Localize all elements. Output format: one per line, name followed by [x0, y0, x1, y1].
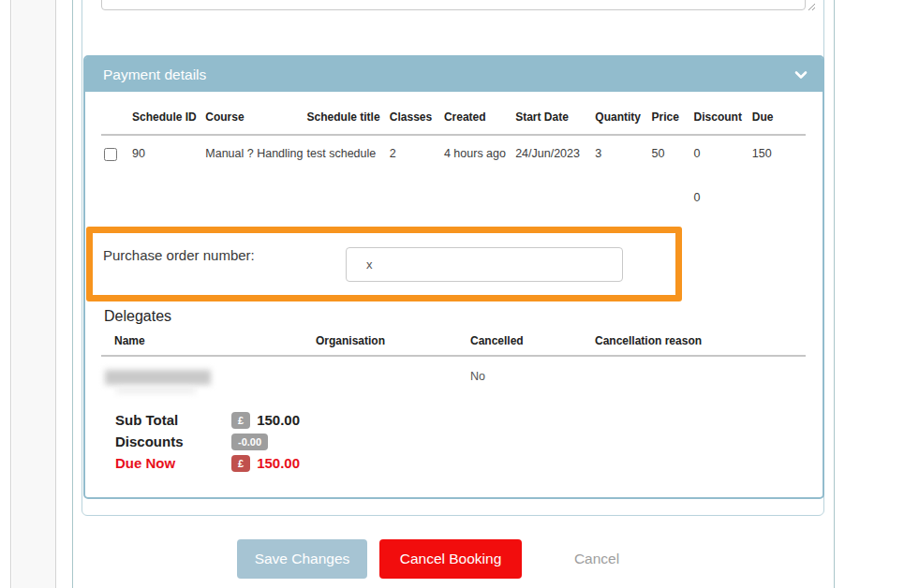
column-header: Schedule ID — [132, 110, 205, 135]
column-header: Name — [101, 334, 303, 356]
due-now-label: Due Now — [115, 455, 231, 471]
cell-schedule-id: 90 — [132, 135, 205, 166]
purchase-order-input[interactable] — [346, 247, 623, 282]
column-header: Price — [652, 110, 694, 135]
save-changes-button[interactable]: Save Changes — [237, 539, 367, 579]
discounts-badge: -0.00 — [231, 434, 268, 450]
cell-classes: 2 — [390, 135, 444, 166]
delegates-header-row: Name Organisation Cancelled Cancellation… — [101, 334, 806, 356]
cell-quantity: 3 — [595, 135, 651, 166]
cell-delegate-cancelled: No — [457, 356, 582, 393]
delegates-heading: Delegates — [104, 308, 171, 325]
payment-details-title: Payment details — [103, 66, 206, 83]
discounts-label: Discounts — [115, 434, 231, 449]
sub-total-label: Sub Total — [115, 412, 231, 428]
due-now-row: Due Now £ 150.00 — [115, 452, 509, 474]
column-header: Due — [752, 110, 806, 135]
cell-delegate-organisation — [303, 356, 457, 393]
cell-price: 50 — [652, 135, 694, 166]
redacted-name — [105, 370, 211, 385]
cell-created: 4 hours ago — [444, 135, 515, 166]
cell-delegate-name — [101, 356, 303, 393]
totals-block: Sub Total £ 150.00 Discounts -0.00 Due N… — [115, 409, 509, 474]
page-left-gutter — [0, 0, 11, 588]
currency-badge: £ — [231, 412, 250, 429]
cell-discount-total: 0 — [694, 166, 752, 206]
delegate-row: No — [101, 356, 806, 393]
column-header: Cancellation reason — [582, 334, 806, 356]
payment-details-header[interactable]: Payment details — [85, 57, 823, 92]
collapse-toggle[interactable] — [794, 70, 808, 80]
column-header: Schedule title — [307, 110, 390, 135]
redacted-name-line2 — [116, 388, 196, 393]
left-rail — [12, 0, 56, 588]
cell-due: 150 — [752, 135, 806, 166]
notes-textarea[interactable] — [101, 0, 806, 10]
column-header: Organisation — [303, 334, 457, 356]
column-header: Created — [444, 110, 515, 135]
cell-discount: 0 — [694, 135, 752, 166]
column-header: Cancelled — [457, 334, 582, 356]
cell-course: Manual ? Handling — [205, 135, 306, 166]
cancel-link[interactable]: Cancel — [570, 539, 624, 579]
select-column-header — [101, 110, 132, 135]
schedule-row-checkbox[interactable] — [104, 148, 117, 161]
chevron-down-icon — [794, 70, 808, 80]
cell-delegate-cancellation-reason — [582, 356, 806, 393]
column-header: Course — [205, 110, 306, 135]
cancel-booking-button[interactable]: Cancel Booking — [379, 539, 522, 579]
discounts-row: Discounts -0.00 — [115, 431, 509, 452]
sub-total-value: 150.00 — [257, 412, 300, 428]
schedules-table: Schedule ID Course Schedule title Classe… — [101, 110, 806, 206]
sub-total-row: Sub Total £ 150.00 — [115, 409, 509, 431]
column-header: Quantity — [595, 110, 651, 135]
due-now-value: 150.00 — [257, 455, 300, 471]
schedule-row: 90 Manual ? Handling test schedule 2 4 h… — [101, 135, 806, 166]
purchase-order-label: Purchase order number: — [103, 247, 255, 264]
column-header: Start Date — [515, 110, 595, 135]
column-header: Classes — [390, 110, 444, 135]
currency-badge: £ — [231, 455, 250, 472]
resize-grip-icon[interactable] — [806, 1, 816, 11]
column-header: Discount — [694, 110, 752, 135]
cell-schedule-title: test schedule — [307, 135, 390, 166]
schedules-header-row: Schedule ID Course Schedule title Classe… — [101, 110, 806, 135]
delegates-table: Name Organisation Cancelled Cancellation… — [101, 334, 806, 393]
cell-start-date: 24/Jun/2023 — [515, 135, 595, 166]
schedule-summary-row: 0 — [101, 166, 806, 206]
